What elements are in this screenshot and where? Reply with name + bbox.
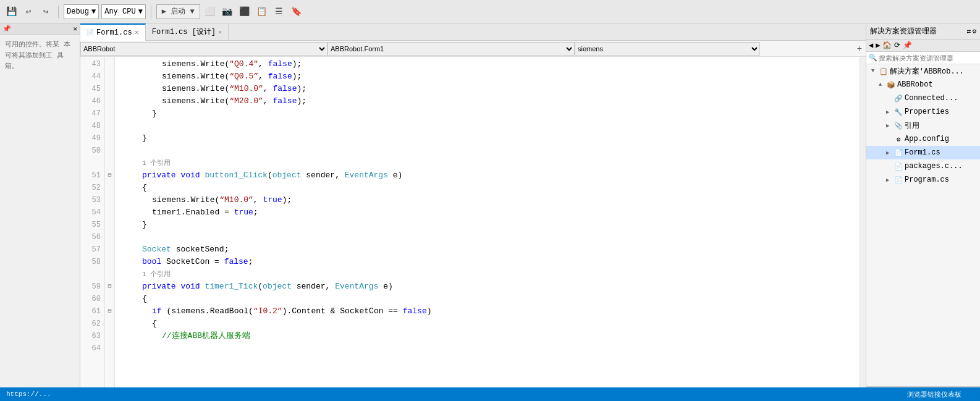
se-home[interactable]: 🏠 [882,41,892,50]
tab-form1cs-design[interactable]: Form1.cs [设计] ✕ [146,23,229,41]
solution-explorer-panel: 解决方案资源管理器 ⇄ ⚙ ◀ ▶ 🏠 ⟳ 📌 🔍 ▼ 📋 解决方案'ABBRo [866,23,980,401]
tree-label-connected: Connected... [905,94,958,103]
code-line-60: { [125,293,860,305]
tab-icon-1: 📄 [87,29,94,36]
se-pin[interactable]: 📌 [903,41,912,50]
tree-item-abbproject[interactable]: ▲ 📦 ABBRobot [866,78,980,91]
tree-icon-connected: 🔗 [893,95,903,103]
debug-label: Debug [67,7,89,16]
tree-arrow-appconfig [886,136,892,142]
solution-tree: ▼ 📋 解决方案'ABBRob... ▲ 📦 ABBRobot 🔗 Connec… [866,64,980,386]
code-line-45: siemens.Write(“M10.0”, false); [125,83,860,95]
code-line-64 [125,342,860,355]
nav-bar: ABBRobot ABBRobot.Form1 siemens + [80,41,866,57]
nav-class-dropdown[interactable]: ABBRobot [80,42,327,56]
tree-arrow-program: ▶ [886,177,892,184]
undo-icon[interactable]: ↩ [21,4,36,19]
code-line-51: private void button1_Click(object sender… [125,169,860,182]
fold-51[interactable]: ⊟ [105,169,114,182]
code-line-62: { [125,318,860,330]
tab-label-1: Form1.cs [96,28,132,37]
redo-icon[interactable]: ↪ [38,4,53,19]
code-line-ref59: 1 个引用 [125,268,860,281]
tree-item-appconfig[interactable]: ⚙ App.config [866,132,980,146]
code-content[interactable]: siemens.Write("Q0.4", false); siemens.Wr… [115,57,860,401]
dropdown-arrow: ▼ [91,7,96,16]
tree-icon-abbproject: 📦 [886,81,896,89]
code-line-ref51: 1 个引用 [125,157,860,169]
se-btn-2[interactable]: ⚙ [972,27,976,35]
tab-bar: 📄 Form1.cs ✕ Form1.cs [设计] ✕ [80,23,866,41]
tree-item-form1cs[interactable]: ▶ 📄 Form1.cs [866,146,980,159]
tree-item-packages[interactable]: 📄 packages.c... [866,159,980,173]
tab-form1cs[interactable]: 📄 Form1.cs ✕ [80,23,146,41]
code-editor[interactable]: 43 44 45 46 47 48 49 50 51 52 53 54 55 5… [80,57,866,401]
tree-item-references[interactable]: ▶ 📎 引用 [866,119,980,132]
fold-59[interactable]: ⊟ [105,281,114,293]
toolbox-content: 可用的控件。将某 本可将其添加到工 具箱。 [0,35,80,77]
tree-arrow-solution: ▼ [871,68,877,74]
code-area: 📄 Form1.cs ✕ Form1.cs [设计] ✕ ABBRobot AB… [80,23,866,401]
se-search-input[interactable] [877,54,978,62]
tree-icon-appconfig: ⚙ [893,135,903,143]
code-line-47: } [125,108,860,120]
tree-label-form1cs: Form1.cs [905,148,940,157]
platform-dropdown[interactable]: Any CPU ▼ [101,4,146,19]
tree-item-properties[interactable]: ▶ 🔧 Properties [866,105,980,119]
se-sync[interactable]: ⟳ [894,41,900,50]
tree-item-connected[interactable]: 🔗 Connected... [866,91,980,105]
line-numbers: 43 44 45 46 47 48 49 50 51 52 53 54 55 5… [80,57,105,401]
tree-arrow-connected [886,95,892,101]
code-line-53: siemens.Write(“M10.0”, true); [125,194,860,206]
toolbox-header: 📌 ✕ [0,23,80,35]
se-btn-1[interactable]: ⇄ [967,27,971,35]
code-line-56 [125,231,860,243]
browser-link-tab[interactable]: 浏览器链接仪表板 [907,390,961,399]
main-layout: 📌 ✕ 可用的控件。将某 本可将其添加到工 具箱。 📄 Form1.cs ✕ F… [0,23,980,401]
code-line-59: private void timer1_Tick(object sender, … [125,281,860,293]
tree-label-appconfig: App.config [905,135,949,143]
toolbar-btn-2[interactable]: 📷 [220,4,235,19]
nav-add-button[interactable]: + [853,43,866,55]
start-button[interactable]: ▶ 启动 ▼ [156,4,200,19]
platform-arrow: ▼ [138,7,143,16]
toolbar-btn-6[interactable]: 🔖 [289,4,304,19]
se-back[interactable]: ◀ [869,41,873,50]
toolbox-close[interactable]: ✕ [73,25,77,33]
code-line-55: } [125,219,860,231]
solution-explorer-title: 解决方案资源管理器 [870,26,937,36]
se-forward[interactable]: ▶ [876,41,880,50]
toolbox-panel: 📌 ✕ 可用的控件。将某 本可将其添加到工 具箱。 [0,23,80,401]
toolbar-btn-1[interactable]: ⬜ [203,4,218,19]
se-search-bar: 🔍 [866,52,980,64]
code-line-58: bool SocketCon = false; [125,256,860,268]
toolbar-btn-4[interactable]: 📋 [255,4,269,19]
editor-scrollbar[interactable] [860,57,866,401]
tab-close-2[interactable]: ✕ [218,28,222,36]
platform-label: Any CPU [104,7,135,16]
se-search-icon: 🔍 [869,54,877,62]
tree-item-program[interactable]: ▶ 📄 Program.cs [866,173,980,187]
code-line-43: siemens.Write("Q0.4", false); [125,58,860,70]
tree-label-packages: packages.c... [905,162,963,171]
tree-arrow-references: ▶ [886,122,892,129]
solution-explorer-header: 解决方案资源管理器 ⇄ ⚙ [866,23,980,40]
tree-arrow-packages [886,163,892,169]
nav-sub-dropdown[interactable]: siemens [575,42,760,56]
se-toolbar: ◀ ▶ 🏠 ⟳ 📌 [866,40,980,52]
fold-61[interactable]: ⊟ [105,305,114,318]
tree-item-solution[interactable]: ▼ 📋 解决方案'ABBRob... [866,64,980,78]
save-icon[interactable]: 💾 [4,4,19,19]
toolbox-pin[interactable]: 📌 [2,25,11,33]
tree-label-abbproject: ABBRobot [897,80,933,89]
code-line-49: } [125,132,860,145]
fold-column: ⊟ ⊟ ⊟ [105,57,115,401]
toolbar-btn-3[interactable]: ⬛ [237,4,252,19]
debug-dropdown[interactable]: Debug ▼ [64,4,99,19]
tab-label-2: Form1.cs [设计] [152,27,216,37]
toolbar-btn-5[interactable]: ☰ [272,4,287,19]
tree-label-properties: Properties [905,108,949,116]
code-line-48 [125,120,860,132]
nav-member-dropdown[interactable]: ABBRobot.Form1 [327,42,575,56]
status-bar: https://... 浏览器链接仪表板 [0,387,980,401]
